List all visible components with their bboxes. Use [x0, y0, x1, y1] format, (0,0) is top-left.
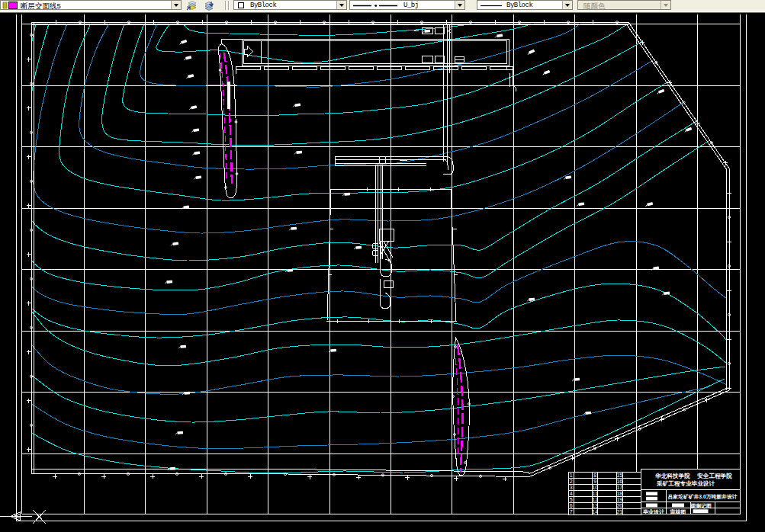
svg-text:毕业设计: 毕业设计: [643, 509, 664, 515]
svg-text:14: 14: [592, 509, 598, 514]
svg-text:2: 2: [570, 479, 573, 484]
svg-text:16: 16: [616, 479, 622, 484]
svg-text:21: 21: [616, 509, 622, 514]
svg-text:6: 6: [570, 503, 573, 508]
svg-text:15: 15: [616, 473, 622, 478]
svg-text:10: 10: [592, 485, 598, 490]
svg-text:5: 5: [570, 497, 573, 502]
svg-text:9: 9: [593, 479, 596, 484]
svg-text:7: 7: [570, 509, 573, 514]
svg-text:19: 19: [616, 497, 622, 502]
svg-text:审核图: 审核图: [670, 508, 686, 515]
svg-text:4: 4: [570, 491, 573, 496]
svg-text:12: 12: [592, 497, 598, 502]
svg-text:观测记图: 观测记图: [689, 503, 712, 509]
svg-text:华北科技学院: 华北科技学院: [654, 473, 690, 479]
svg-text:13: 13: [592, 503, 598, 508]
svg-text:吕家坨矿矿井3.0万吨新井设计: 吕家坨矿矿井3.0万吨新井设计: [667, 494, 737, 500]
svg-text:3: 3: [570, 485, 573, 490]
svg-text:安全工程学院: 安全工程学院: [697, 473, 732, 479]
svg-text:1: 1: [570, 473, 573, 478]
svg-text:采矿工程专业毕业设计: 采矿工程专业毕业设计: [656, 480, 715, 487]
svg-text:8: 8: [593, 473, 596, 478]
svg-text:20: 20: [616, 503, 622, 508]
svg-text:17: 17: [616, 485, 622, 490]
svg-text:18: 18: [616, 491, 622, 496]
svg-text:11: 11: [593, 491, 598, 496]
